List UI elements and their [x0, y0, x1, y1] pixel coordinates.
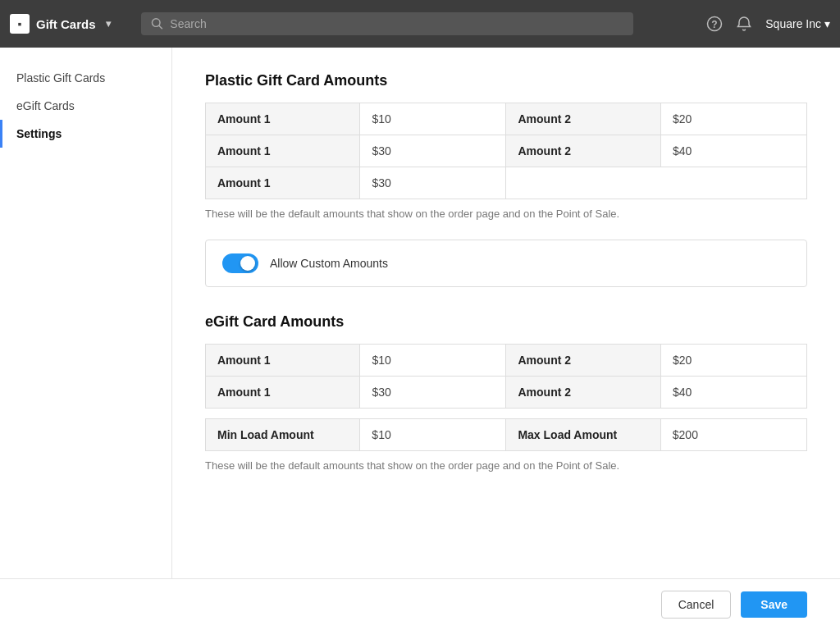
- plastic-amount1-label-3: Amount 1: [206, 167, 360, 199]
- footer: Cancel Save: [0, 578, 840, 630]
- main-layout: Plastic Gift Cards eGift Cards Settings …: [0, 48, 840, 578]
- search-icon: [151, 17, 163, 30]
- brand-icon: ▪: [10, 14, 30, 34]
- egift-amount1-label-1: Amount 1: [206, 345, 360, 377]
- plastic-amount1-value-2: $30: [360, 135, 506, 167]
- table-row: Min Load Amount $10 Max Load Amount $200: [206, 419, 807, 451]
- egift-helper-text: These will be the default amounts that s…: [205, 459, 807, 472]
- plastic-amount2-value-1: $20: [660, 103, 806, 135]
- sidebar: Plastic Gift Cards eGift Cards Settings: [0, 48, 172, 578]
- egift-section-title: eGift Card Amounts: [205, 313, 807, 331]
- max-load-value: $200: [660, 419, 806, 451]
- user-dropdown-arrow: ▾: [824, 17, 830, 30]
- plastic-section-title: Plastic Gift Card Amounts: [205, 72, 807, 89]
- help-button[interactable]: ?: [706, 16, 723, 32]
- nav-right: ? Square Inc ▾: [706, 16, 830, 32]
- user-label: Square Inc: [765, 17, 821, 30]
- brand-dropdown-arrow[interactable]: ▾: [106, 18, 111, 30]
- sidebar-label-egift-cards: eGift Cards: [16, 99, 75, 112]
- egift-amount1-label-2: Amount 1: [206, 377, 360, 409]
- max-load-label: Max Load Amount: [506, 419, 660, 451]
- plastic-amount1-value-1: $10: [360, 103, 506, 135]
- egift-amount1-value-1: $10: [360, 345, 506, 377]
- sidebar-item-egift-cards[interactable]: eGift Cards: [0, 92, 171, 120]
- egift-amount2-value-2: $40: [660, 377, 806, 409]
- toggle-label: Allow Custom Amounts: [270, 257, 388, 270]
- toggle-section: Allow Custom Amounts: [205, 240, 807, 287]
- nav-brand[interactable]: ▪ Gift Cards ▾: [10, 14, 141, 34]
- user-menu[interactable]: Square Inc ▾: [765, 17, 830, 30]
- egift-amount2-label-2: Amount 2: [506, 377, 660, 409]
- min-load-label: Min Load Amount: [206, 419, 360, 451]
- egift-amount1-value-2: $30: [360, 377, 506, 409]
- plastic-amount1-label-2: Amount 1: [206, 135, 360, 167]
- save-button[interactable]: Save: [741, 591, 807, 618]
- cancel-button[interactable]: Cancel: [661, 591, 732, 619]
- allow-custom-amounts-toggle[interactable]: [222, 253, 258, 273]
- egift-section: eGift Card Amounts Amount 1 $10 Amount 2…: [205, 313, 807, 472]
- table-row: Amount 1 $30 Amount 2 $40: [206, 135, 807, 167]
- toggle-thumb: [240, 256, 255, 271]
- plastic-amount2-label-2: Amount 2: [506, 135, 660, 167]
- notifications-button[interactable]: [736, 16, 752, 32]
- plastic-empty-cell: [506, 167, 807, 199]
- table-row: Amount 1 $30: [206, 167, 807, 199]
- plastic-helper-text: These will be the default amounts that s…: [205, 208, 807, 220]
- egift-amount2-value-1: $20: [660, 345, 806, 377]
- main-content: Plastic Gift Card Amounts Amount 1 $10 A…: [172, 48, 840, 578]
- plastic-amounts-table: Amount 1 $10 Amount 2 $20 Amount 1 $30 A…: [205, 103, 807, 199]
- svg-text:?: ?: [712, 19, 718, 30]
- egift-amount2-label-1: Amount 2: [506, 345, 660, 377]
- plastic-amount1-label-1: Amount 1: [206, 103, 360, 135]
- svg-line-1: [159, 25, 162, 28]
- min-load-value: $10: [360, 419, 506, 451]
- search-input[interactable]: [170, 17, 623, 30]
- sidebar-label-settings: Settings: [16, 127, 62, 140]
- table-row: Amount 1 $10 Amount 2 $20: [206, 345, 807, 377]
- brand-label: Gift Cards: [36, 17, 96, 31]
- plastic-amount1-value-3: $30: [360, 167, 506, 199]
- plastic-amount2-label-1: Amount 2: [506, 103, 660, 135]
- egift-amounts-table: Amount 1 $10 Amount 2 $20 Amount 1 $30 A…: [205, 344, 807, 409]
- top-nav: ▪ Gift Cards ▾ ? Square Inc ▾: [0, 0, 840, 48]
- sidebar-item-plastic-gift-cards[interactable]: Plastic Gift Cards: [0, 64, 171, 92]
- egift-load-table: Min Load Amount $10 Max Load Amount $200: [205, 418, 807, 451]
- search-bar[interactable]: [141, 12, 633, 35]
- table-row: Amount 1 $30 Amount 2 $40: [206, 377, 807, 409]
- plastic-amount2-value-2: $40: [660, 135, 806, 167]
- plastic-section: Plastic Gift Card Amounts Amount 1 $10 A…: [205, 72, 807, 220]
- table-row: Amount 1 $10 Amount 2 $20: [206, 103, 807, 135]
- sidebar-item-settings[interactable]: Settings: [0, 120, 171, 148]
- sidebar-label-plastic-gift-cards: Plastic Gift Cards: [16, 71, 105, 84]
